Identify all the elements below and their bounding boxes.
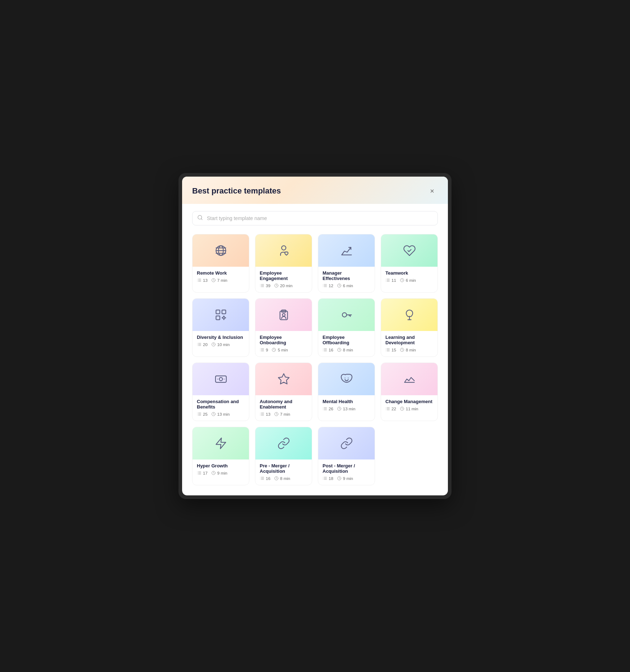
card-body-teamwork: Teamwork 11 6 min bbox=[381, 267, 437, 287]
modal-wrapper: Best practice templates × Remote Work bbox=[179, 173, 451, 499]
card-time-compensation-benefits: 13 min bbox=[211, 412, 230, 416]
card-body-employee-onboarding: Employee Onboarding 9 5 min bbox=[255, 331, 312, 356]
card-count-employee-offboarding: 16 bbox=[323, 347, 333, 352]
card-teamwork[interactable]: Teamwork 11 6 min bbox=[381, 234, 438, 293]
card-title-post-merger: Post - Merger / Acquisition bbox=[323, 463, 370, 474]
card-image-autonomy-enablement bbox=[255, 363, 312, 395]
card-count-diversity-inclusion: 20 bbox=[197, 342, 208, 347]
card-time-hyper-growth: 9 min bbox=[211, 471, 227, 475]
card-image-compensation-benefits bbox=[193, 363, 249, 395]
card-meta-compensation-benefits: 25 13 min bbox=[197, 412, 245, 416]
search-input[interactable] bbox=[192, 211, 438, 225]
card-count-compensation-benefits: 25 bbox=[197, 412, 208, 416]
card-image-change-management bbox=[381, 363, 437, 395]
card-time-employee-engagement: 20 min bbox=[274, 283, 293, 288]
card-count-mental-health: 26 bbox=[323, 406, 333, 411]
card-title-compensation-benefits: Compensation and Benefits bbox=[197, 399, 245, 410]
card-image-diversity-inclusion bbox=[193, 299, 249, 331]
card-body-change-management: Change Management 22 11 min bbox=[381, 395, 437, 415]
card-time-diversity-inclusion: 10 min bbox=[211, 342, 230, 347]
card-time-manager-effectiveness: 6 min bbox=[337, 283, 353, 288]
card-count-post-merger: 18 bbox=[323, 476, 333, 481]
card-body-diversity-inclusion: Diversity & Inclusion 20 10 min bbox=[193, 331, 249, 351]
card-meta-teamwork: 11 6 min bbox=[385, 278, 433, 283]
card-meta-change-management: 22 11 min bbox=[385, 406, 433, 411]
card-time-teamwork: 6 min bbox=[400, 278, 416, 283]
modal-title: Best practice templates bbox=[192, 186, 281, 196]
card-change-management[interactable]: Change Management 22 11 min bbox=[381, 363, 438, 421]
card-image-pre-merger bbox=[255, 427, 312, 459]
card-image-remote-work bbox=[193, 234, 249, 267]
card-image-employee-onboarding bbox=[255, 299, 312, 331]
card-diversity-inclusion[interactable]: Diversity & Inclusion 20 10 min bbox=[192, 298, 249, 357]
card-title-remote-work: Remote Work bbox=[197, 270, 245, 276]
card-title-pre-merger: Pre - Merger / Acquisition bbox=[260, 463, 307, 474]
close-button[interactable]: × bbox=[426, 185, 438, 197]
card-image-learning-development bbox=[381, 299, 437, 331]
card-hyper-growth[interactable]: Hyper Growth 17 9 min bbox=[192, 427, 249, 485]
card-title-diversity-inclusion: Diversity & Inclusion bbox=[197, 335, 245, 340]
card-body-post-merger: Post - Merger / Acquisition 18 9 min bbox=[318, 459, 375, 485]
card-body-employee-engagement: Employee Engagement 39 20 min bbox=[255, 267, 312, 292]
card-title-hyper-growth: Hyper Growth bbox=[197, 463, 245, 468]
card-learning-development[interactable]: Learning and Development 15 8 min bbox=[381, 298, 438, 357]
card-body-mental-health: Mental Health 26 13 min bbox=[318, 395, 375, 415]
card-image-employee-engagement bbox=[255, 234, 312, 267]
card-body-learning-development: Learning and Development 15 8 min bbox=[381, 331, 437, 356]
card-meta-employee-onboarding: 9 5 min bbox=[260, 347, 307, 352]
card-meta-learning-development: 15 8 min bbox=[385, 347, 433, 352]
card-employee-engagement[interactable]: Employee Engagement 39 20 min bbox=[255, 234, 312, 293]
card-meta-mental-health: 26 13 min bbox=[323, 406, 370, 411]
card-title-manager-effectiveness: Manager Effectivenes bbox=[323, 270, 370, 281]
card-body-hyper-growth: Hyper Growth 17 9 min bbox=[193, 459, 249, 480]
card-count-remote-work: 13 bbox=[197, 278, 208, 283]
card-autonomy-enablement[interactable]: Autonomy and Enablement 13 7 min bbox=[255, 363, 312, 421]
svg-rect-38 bbox=[222, 310, 226, 314]
card-title-employee-offboarding: Employee Offboarding bbox=[323, 335, 370, 345]
svg-rect-37 bbox=[216, 310, 220, 314]
search-icon bbox=[197, 215, 203, 222]
card-meta-employee-offboarding: 16 8 min bbox=[323, 347, 370, 352]
card-time-employee-offboarding: 8 min bbox=[337, 347, 353, 352]
card-time-employee-onboarding: 5 min bbox=[272, 347, 288, 352]
card-meta-hyper-growth: 17 9 min bbox=[197, 471, 245, 475]
modal: Best practice templates × Remote Work bbox=[182, 177, 448, 495]
card-body-remote-work: Remote Work 13 7 min bbox=[193, 267, 249, 287]
card-meta-remote-work: 13 7 min bbox=[197, 278, 245, 283]
card-body-employee-offboarding: Employee Offboarding 16 8 min bbox=[318, 331, 375, 356]
card-count-hyper-growth: 17 bbox=[197, 471, 208, 475]
card-count-manager-effectiveness: 12 bbox=[323, 283, 333, 288]
svg-rect-39 bbox=[216, 316, 220, 320]
svg-marker-91 bbox=[278, 374, 289, 384]
card-time-autonomy-enablement: 7 min bbox=[274, 412, 290, 416]
card-image-teamwork bbox=[381, 234, 437, 267]
card-meta-post-merger: 18 9 min bbox=[323, 476, 370, 481]
card-count-employee-onboarding: 9 bbox=[260, 347, 268, 352]
card-time-post-merger: 9 min bbox=[337, 476, 353, 481]
card-time-remote-work: 7 min bbox=[211, 278, 227, 283]
card-image-post-merger bbox=[318, 427, 375, 459]
search-wrap bbox=[192, 211, 438, 225]
card-count-learning-development: 15 bbox=[385, 347, 396, 352]
card-body-autonomy-enablement: Autonomy and Enablement 13 7 min bbox=[255, 395, 312, 421]
card-time-pre-merger: 8 min bbox=[274, 476, 290, 481]
card-compensation-benefits[interactable]: Compensation and Benefits 25 13 min bbox=[192, 363, 249, 421]
card-employee-offboarding[interactable]: Employee Offboarding 16 8 min bbox=[318, 298, 375, 357]
card-count-autonomy-enablement: 13 bbox=[260, 412, 270, 416]
card-meta-autonomy-enablement: 13 7 min bbox=[260, 412, 307, 416]
svg-line-1 bbox=[201, 219, 202, 220]
card-remote-work[interactable]: Remote Work 13 7 min bbox=[192, 234, 249, 293]
card-manager-effectiveness[interactable]: Manager Effectivenes 12 6 min bbox=[318, 234, 375, 293]
template-grid: Remote Work 13 7 min Employee Engagement bbox=[192, 234, 438, 485]
card-pre-merger[interactable]: Pre - Merger / Acquisition 16 8 min bbox=[255, 427, 312, 485]
card-image-mental-health bbox=[318, 363, 375, 395]
card-mental-health[interactable]: Mental Health 26 13 min bbox=[318, 363, 375, 421]
card-title-employee-onboarding: Employee Onboarding bbox=[260, 335, 307, 345]
card-employee-onboarding[interactable]: Employee Onboarding 9 5 min bbox=[255, 298, 312, 357]
card-title-change-management: Change Management bbox=[385, 399, 433, 404]
card-time-change-management: 11 min bbox=[400, 406, 418, 411]
card-body-compensation-benefits: Compensation and Benefits 25 13 min bbox=[193, 395, 249, 421]
card-meta-pre-merger: 16 8 min bbox=[260, 476, 307, 481]
card-post-merger[interactable]: Post - Merger / Acquisition 18 9 min bbox=[318, 427, 375, 485]
svg-point-53 bbox=[282, 313, 285, 316]
